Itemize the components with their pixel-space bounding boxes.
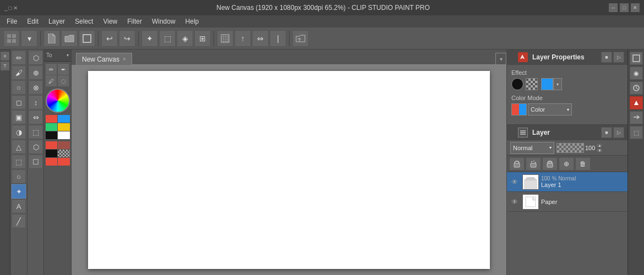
fr-tool-3[interactable] bbox=[630, 81, 643, 95]
layer-props-btn-1[interactable]: ■ bbox=[601, 52, 612, 63]
blend-mode-dropdown[interactable]: Normal ▾ bbox=[510, 142, 554, 154]
menu-select[interactable]: Select bbox=[70, 16, 97, 26]
layer-alpha-lock-btn[interactable] bbox=[526, 157, 541, 170]
new-file-button[interactable] bbox=[43, 30, 60, 47]
export-button[interactable] bbox=[292, 30, 309, 47]
swatch-red[interactable] bbox=[46, 115, 58, 123]
navigator-expand-button[interactable]: ▾ bbox=[21, 30, 37, 47]
redo-button[interactable]: ↪ bbox=[119, 30, 135, 47]
menu-help[interactable]: Help bbox=[181, 16, 204, 26]
layer-lock-all-btn[interactable] bbox=[542, 157, 558, 170]
menu-view[interactable]: View bbox=[99, 16, 122, 26]
swatch-c3[interactable] bbox=[46, 150, 58, 157]
subtool-3[interactable]: ⊗ bbox=[29, 80, 43, 95]
fr-tool-6[interactable]: ⬚ bbox=[630, 126, 643, 139]
tool-selection[interactable]: ⬚ bbox=[12, 155, 26, 169]
layer-panel-btn-1[interactable]: ■ bbox=[601, 127, 612, 138]
menu-window[interactable]: Window bbox=[148, 16, 180, 26]
menu-layer[interactable]: Layer bbox=[44, 16, 69, 26]
tool-airbrush[interactable]: ○ bbox=[12, 80, 26, 95]
tool-figure[interactable]: △ bbox=[12, 140, 26, 154]
subtool-1[interactable]: ⬡ bbox=[29, 51, 43, 65]
canvas-viewport[interactable] bbox=[72, 65, 506, 275]
subtool-8[interactable]: ☐ bbox=[29, 155, 43, 169]
layer-props-btn-2[interactable]: ▷ bbox=[613, 52, 624, 63]
opacity-down[interactable]: ▼ bbox=[596, 148, 603, 153]
menu-filter[interactable]: Filter bbox=[123, 16, 146, 26]
open-file-button[interactable] bbox=[61, 30, 78, 47]
effect-circle-btn[interactable] bbox=[511, 78, 523, 90]
single-ruler-button[interactable]: | bbox=[270, 30, 286, 47]
transform-button[interactable]: ✦ bbox=[141, 30, 158, 47]
layer-panel-btn-2[interactable]: ▷ bbox=[613, 127, 624, 138]
canvas-scroll-button[interactable]: ▾ bbox=[495, 53, 506, 65]
swatch-c5[interactable] bbox=[46, 158, 58, 166]
nav-strip-btn-1[interactable]: ≡ bbox=[1, 52, 9, 61]
fr-tool-2[interactable]: ◉ bbox=[630, 67, 643, 80]
subtool-4[interactable]: ↕ bbox=[29, 95, 43, 109]
layer-delete-btn[interactable]: 🗑 bbox=[575, 157, 591, 170]
layer-row-paper[interactable]: 👁 Paper bbox=[507, 192, 627, 212]
layer-row-1[interactable]: 👁 100 % Normal Layer 1 bbox=[507, 172, 627, 192]
canvas-settings-button[interactable] bbox=[79, 30, 95, 47]
maximize-button[interactable]: □ bbox=[620, 3, 629, 12]
tool-pen[interactable]: ✏ bbox=[12, 51, 26, 65]
layer-visibility-paper[interactable]: 👁 bbox=[509, 196, 520, 207]
layer-visibility-1[interactable]: 👁 bbox=[509, 177, 520, 188]
sub-brush-3[interactable]: 🖊 bbox=[46, 75, 57, 86]
swatch-c2[interactable] bbox=[58, 141, 70, 149]
select-transform-button[interactable]: ⬚ bbox=[159, 30, 176, 47]
swatch-c4[interactable] bbox=[58, 150, 70, 157]
grid-button[interactable] bbox=[217, 30, 233, 47]
nav-strip-btn-2[interactable]: T bbox=[1, 62, 9, 70]
tool-eyedropper[interactable]: ✦ bbox=[12, 184, 26, 199]
svg-rect-1 bbox=[12, 34, 16, 38]
swatch-c1[interactable] bbox=[46, 141, 58, 149]
swatch-blue[interactable] bbox=[58, 115, 70, 123]
sub-brush-1[interactable]: ✏ bbox=[46, 64, 57, 75]
fr-tool-5[interactable] bbox=[630, 111, 643, 124]
layer-merge-btn[interactable]: ⊕ bbox=[559, 157, 574, 170]
color-mode-dropdown[interactable]: Color ▾ bbox=[528, 103, 572, 116]
color-wheel[interactable] bbox=[46, 89, 70, 113]
tool-gradient[interactable]: ◑ bbox=[12, 125, 26, 139]
effect-color-btn[interactable] bbox=[541, 78, 553, 90]
sub-brush-4[interactable]: ◌ bbox=[58, 75, 69, 86]
fr-tool-4[interactable] bbox=[630, 96, 643, 109]
subtool-2[interactable]: ⊕ bbox=[29, 65, 43, 80]
close-button[interactable]: ✕ bbox=[631, 3, 640, 12]
swatch-green[interactable] bbox=[46, 123, 58, 131]
menu-edit[interactable]: Edit bbox=[23, 16, 43, 26]
effect-checker-btn[interactable] bbox=[526, 78, 538, 90]
canvas-tab-main[interactable]: New Canvas × bbox=[76, 53, 132, 65]
tool-text[interactable]: A bbox=[12, 199, 26, 213]
swatch-white[interactable] bbox=[58, 131, 70, 139]
tool-fill[interactable]: ▣ bbox=[12, 110, 26, 124]
menu-file[interactable]: File bbox=[2, 16, 21, 26]
tool-brush[interactable]: 🖌 bbox=[12, 65, 26, 80]
effect-color-dropdown[interactable]: ▾ bbox=[553, 78, 562, 90]
minimize-button[interactable]: ─ bbox=[609, 3, 618, 12]
opacity-stepper[interactable]: ▲ ▼ bbox=[596, 143, 603, 153]
swatch-black[interactable] bbox=[46, 131, 58, 139]
separator-3 bbox=[138, 31, 139, 46]
tool-lasso[interactable]: ○ bbox=[12, 169, 26, 184]
rotate-view-button[interactable]: ↑ bbox=[234, 30, 251, 47]
opacity-up[interactable]: ▲ bbox=[596, 143, 603, 148]
subtool-7[interactable]: ⬡ bbox=[29, 140, 43, 154]
undo-button[interactable]: ↩ bbox=[101, 30, 118, 47]
navigator-button[interactable] bbox=[3, 30, 20, 47]
swatch-c6[interactable] bbox=[58, 158, 70, 166]
fill-button[interactable]: ◈ bbox=[177, 30, 193, 47]
sub-brush-2[interactable]: ✒ bbox=[58, 64, 69, 75]
layer-lock-btn[interactable] bbox=[509, 157, 525, 170]
fr-tool-1[interactable] bbox=[630, 52, 643, 65]
subtool-6[interactable]: ⬚ bbox=[29, 125, 43, 139]
subtool-5[interactable]: ⇔ bbox=[29, 110, 43, 124]
canvas-tab-close[interactable]: × bbox=[123, 56, 126, 62]
flip-view-button[interactable]: ⇔ bbox=[252, 30, 269, 47]
tool-line[interactable]: ╱ bbox=[12, 214, 26, 228]
tool-eraser[interactable]: ◻ bbox=[12, 95, 26, 109]
swatch-yellow[interactable] bbox=[58, 123, 70, 131]
mesh-transform-button[interactable]: ⊞ bbox=[194, 30, 211, 47]
